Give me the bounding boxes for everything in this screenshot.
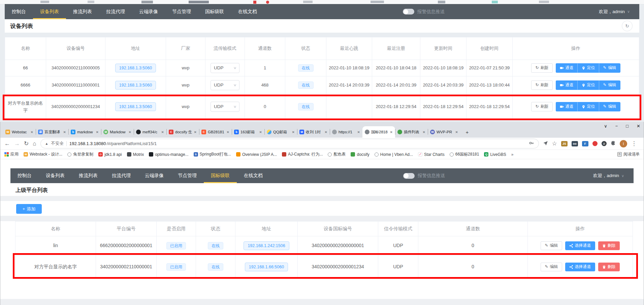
browser-tab[interactable]: https://1✕: [330, 126, 362, 138]
bookmark-item[interactable]: Ojdk1.8 api: [98, 152, 122, 157]
new-tab-button[interactable]: +: [463, 128, 472, 136]
address-button[interactable]: 192.168.1.3:5060: [115, 102, 156, 111]
bookmark-item[interactable]: 免登录复制: [67, 151, 93, 157]
refresh-button[interactable]: ↻刷新: [531, 80, 552, 90]
browser-tab[interactable]: MMarkdow✕: [101, 126, 134, 138]
apps-shortcut[interactable]: 应用: [4, 151, 19, 157]
nav-item-console[interactable]: 控制台: [5, 4, 33, 19]
nav-item-gb-cascade[interactable]: 国标级联: [204, 168, 237, 183]
address-bar[interactable]: ▲ 不安全 192.168.1.3:18080 /#/parentPlatfor…: [40, 139, 539, 148]
bookmark-item[interactable]: SSpringBoot打包...: [194, 151, 231, 157]
user-menu[interactable]: 欢迎，admin ∨: [599, 9, 630, 15]
channel-button[interactable]: 通道: [556, 80, 578, 90]
edit-button[interactable]: ✎编辑: [599, 80, 620, 90]
transport-select[interactable]: UDP∨: [211, 63, 239, 73]
minimize-icon[interactable]: −: [615, 124, 618, 129]
add-platform-button[interactable]: + 添加: [16, 204, 42, 214]
nav-item-console[interactable]: 控制台: [10, 168, 39, 183]
maximize-icon[interactable]: □: [626, 124, 629, 129]
browser-tab[interactable]: M收到 1封✕: [297, 126, 330, 138]
send-to-device-icon[interactable]: [543, 141, 548, 147]
select-channel-button[interactable]: 选择通道: [565, 241, 595, 250]
bookmarks-overflow-icon[interactable]: »: [511, 152, 514, 157]
reading-list-button[interactable]: 国 阅读清单: [617, 151, 640, 157]
nav-item-pull-proxy[interactable]: 拉流代理: [105, 168, 138, 183]
close-tab-icon[interactable]: ✕: [325, 130, 327, 134]
alarm-push-toggle[interactable]: [403, 9, 414, 14]
address-button[interactable]: 192.168.1.3:5060: [115, 64, 156, 73]
reload-icon[interactable]: ↻: [24, 141, 29, 146]
refresh-page-button[interactable]: ↻: [622, 21, 633, 31]
nav-item-online-docs[interactable]: 在线文档: [237, 168, 270, 183]
bookmark-item[interactable]: Motrix: [127, 152, 144, 157]
close-tab-icon[interactable]: ✕: [194, 130, 197, 134]
browser-tab[interactable]: bmarkdow✕: [68, 126, 101, 138]
close-tab-icon[interactable]: ✕: [423, 130, 425, 134]
tab-overflow-icon[interactable]: ∨: [604, 124, 607, 129]
bookmark-item[interactable]: 66国标28181: [450, 151, 479, 157]
nav-item-gb-cascade[interactable]: 国标级联: [198, 4, 231, 19]
nav-item-cloud-record[interactable]: 云端录像: [138, 168, 171, 183]
refresh-button[interactable]: ↻刷新: [531, 63, 552, 73]
close-tab-icon[interactable]: ✕: [161, 130, 164, 134]
bookmark-item[interactable]: QLiveGBS: [484, 152, 506, 157]
close-tab-icon[interactable]: ✕: [259, 130, 262, 134]
status-badge[interactable]: 在线: [298, 81, 314, 89]
bookmark-item[interactable]: ⟋Star Charts: [418, 152, 445, 157]
bookmark-item[interactable]: docsify: [351, 152, 369, 157]
channel-button[interactable]: 通道: [556, 63, 578, 73]
bookmark-star-icon[interactable]: ☆: [552, 141, 557, 146]
edit-button[interactable]: ✎编辑: [599, 63, 620, 73]
browser-tab[interactable]: b163邮箱✕: [232, 126, 264, 138]
nav-item-pull-proxy[interactable]: 拉流代理: [99, 4, 132, 19]
bookmark-item[interactable]: Overview (JSIP A...: [236, 152, 277, 157]
user-menu[interactable]: 欢迎，admin ∨: [593, 173, 624, 179]
address-button[interactable]: 192.168.1.66:5060: [245, 263, 288, 272]
close-tab-icon[interactable]: ✕: [390, 130, 393, 134]
close-tab-icon[interactable]: ✕: [129, 130, 131, 134]
close-tab-icon[interactable]: ✕: [357, 130, 360, 134]
status-badge[interactable]: 在线: [298, 64, 314, 72]
home-icon[interactable]: ⌂: [33, 141, 36, 146]
locate-button[interactable]: 定位: [578, 63, 599, 73]
browser-tab[interactable]: Cdocsify 生✕: [166, 126, 199, 138]
bookmark-item[interactable]: 配色表: [328, 151, 346, 157]
close-tab-icon[interactable]: ✕: [292, 130, 295, 134]
select-channel-button[interactable]: 选择通道: [565, 263, 595, 271]
forward-icon[interactable]: →: [14, 141, 20, 146]
close-tab-icon[interactable]: ✕: [96, 130, 99, 134]
browser-tab[interactable]: 插件列表✕: [395, 126, 428, 138]
address-button[interactable]: 192.168.1.242:1506: [244, 241, 289, 250]
edit-button[interactable]: ✎编辑: [541, 241, 562, 250]
bookmark-item[interactable]: AJ-Captcha: 行为...: [282, 151, 323, 157]
close-tab-icon[interactable]: ✕: [455, 130, 458, 134]
nav-item-push-list[interactable]: 推流列表: [66, 4, 99, 19]
key-icon[interactable]: [529, 140, 534, 147]
close-tab-icon[interactable]: ✕: [227, 130, 229, 134]
extensions-puzzle-icon[interactable]: [611, 141, 616, 147]
alarm-push-toggle[interactable]: [403, 173, 415, 179]
channel-button[interactable]: 通道: [556, 102, 578, 111]
browser-tab[interactable]: CGB28181✕: [199, 126, 232, 138]
browser-menu-kebab-icon[interactable]: ⋮: [631, 141, 637, 146]
edit-button[interactable]: ✎编辑: [541, 263, 562, 271]
extension-badge-oo[interactable]: oo: [572, 141, 578, 146]
extension-badge-js[interactable]: JS: [561, 141, 568, 146]
browser-tab[interactable]: 译百度翻译✕: [36, 126, 68, 138]
browser-tab[interactable]: WWVP-PR✕: [428, 126, 460, 138]
blocker-extension-icon[interactable]: ⊘: [602, 141, 607, 146]
browser-tab-active[interactable]: 国标2818✕: [362, 126, 395, 138]
nav-item-node-manage[interactable]: 节点管理: [171, 168, 204, 183]
browser-tab[interactable]: WWebstac✕: [3, 126, 36, 138]
extension-badge-f[interactable]: F: [582, 141, 588, 146]
bookmark-item[interactable]: optimus-manage...: [149, 152, 188, 157]
refresh-button[interactable]: ↻刷新: [531, 102, 552, 111]
edit-button[interactable]: ✎编辑: [599, 102, 620, 111]
back-icon[interactable]: ←: [4, 141, 10, 146]
bookmark-item[interactable]: Home | Vben Ad...: [375, 152, 413, 157]
delete-button[interactable]: 删除: [598, 263, 620, 271]
close-tab-icon[interactable]: ✕: [31, 130, 33, 134]
browser-tab[interactable]: QQ邮箱✕: [264, 126, 297, 138]
locate-button[interactable]: 定位: [578, 102, 599, 111]
status-badge[interactable]: 在线: [298, 103, 314, 110]
